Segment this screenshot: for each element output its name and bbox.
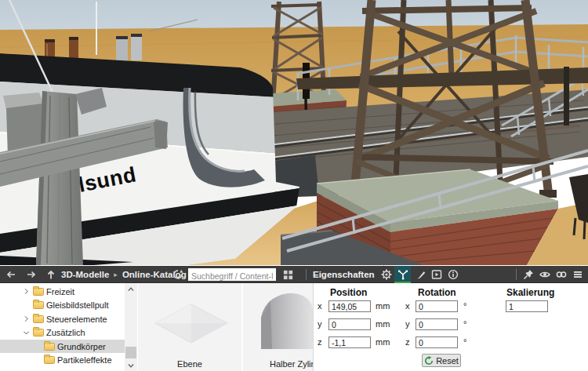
scale-heading: Skalierung xyxy=(506,287,554,298)
rotation-x-unit: ° xyxy=(463,301,466,311)
visibility-button[interactable] xyxy=(539,268,551,281)
breadcrumb-separator-icon: ▸ xyxy=(114,271,118,278)
application-window: ralsund xyxy=(0,0,588,371)
tree-item-grundkoerper[interactable]: Grundkörper xyxy=(0,340,125,353)
scrollbar-thumb[interactable] xyxy=(125,347,136,358)
rotation-z-input[interactable] xyxy=(416,336,458,348)
properties-pane: Position Rotation Skalierung x mm x ° y … xyxy=(313,283,588,371)
rotation-heading: Rotation xyxy=(418,287,456,298)
chevron-down-icon[interactable] xyxy=(22,329,31,337)
pin-panel-button[interactable] xyxy=(522,268,535,281)
move-axes-button[interactable] xyxy=(394,266,411,283)
chevron-right-icon[interactable] xyxy=(22,287,31,296)
search-field xyxy=(188,268,276,281)
search-input[interactable] xyxy=(188,270,276,282)
reset-icon xyxy=(424,356,434,366)
position-x-label: x xyxy=(318,301,322,311)
axes-icon xyxy=(397,268,409,281)
rotation-y-label: y xyxy=(405,319,410,329)
bottom-panel: Freizeit Gleisbildstellpult Steuerelemen… xyxy=(0,283,588,371)
folder-icon xyxy=(33,315,44,323)
half-cylinder-thumbnail-image xyxy=(243,283,313,357)
menu-button[interactable] xyxy=(572,268,584,281)
tree-item-label: Steuerelemente xyxy=(46,315,107,324)
tree-item-label: Grundkörper xyxy=(57,342,106,351)
position-z-input[interactable] xyxy=(328,336,371,348)
refresh-icon xyxy=(172,268,184,281)
tree-item-steuerelemente[interactable]: Steuerelemente xyxy=(0,312,125,326)
tree-item-zusaetzlich[interactable]: Zusätzlich xyxy=(0,326,125,340)
position-y-label: y xyxy=(318,319,322,329)
model-thumbnails: Ebene Halber Zylin xyxy=(137,283,313,371)
position-z-label: z xyxy=(318,337,322,347)
brush-icon xyxy=(415,268,427,281)
back-button[interactable] xyxy=(5,268,17,281)
up-button[interactable] xyxy=(45,268,57,281)
gear-icon xyxy=(380,268,393,281)
scale-input[interactable] xyxy=(506,300,548,312)
view-grid-button[interactable] xyxy=(281,268,294,281)
tab-eigenschaften[interactable]: Eigenschaften xyxy=(313,266,375,283)
plane-thumbnail-image xyxy=(138,283,241,357)
reset-button[interactable]: Reset xyxy=(422,354,461,367)
forward-arrow-icon xyxy=(25,268,38,281)
position-y-input[interactable] xyxy=(328,318,371,330)
rotation-y-input[interactable] xyxy=(416,318,458,330)
caret-down-icon xyxy=(126,361,136,370)
grid-icon xyxy=(282,269,294,281)
forward-button[interactable] xyxy=(25,268,38,281)
rotation-y-unit: ° xyxy=(463,319,466,329)
thumbnail-halber-zylinder[interactable]: Halber Zylin xyxy=(243,283,313,371)
reset-button-label: Reset xyxy=(436,356,459,366)
rotation-x-label: x xyxy=(405,301,410,311)
pin-icon xyxy=(522,268,535,281)
folder-icon xyxy=(33,288,44,296)
info-button[interactable] xyxy=(447,268,459,281)
folder-icon xyxy=(33,301,44,309)
position-z-unit: mm xyxy=(376,337,390,347)
tree-item-label: Gleisbildstellpult xyxy=(46,300,108,310)
rotation-x-input[interactable] xyxy=(416,300,458,312)
up-arrow-icon xyxy=(45,268,57,281)
folder-icon xyxy=(33,329,44,336)
folder-icon xyxy=(44,343,55,351)
tree-item-gleisbildstellpult[interactable]: Gleisbildstellpult xyxy=(0,299,125,312)
folder-icon xyxy=(44,356,55,364)
scroll-up-button[interactable] xyxy=(125,283,137,295)
breadcrumb-item[interactable]: 3D-Modelle xyxy=(61,270,109,279)
tree-item-partikeleffekte[interactable]: Partikeleffekte xyxy=(0,354,125,367)
animation-button[interactable] xyxy=(430,268,443,281)
paint-button[interactable] xyxy=(415,268,427,281)
scroll-down-button[interactable] xyxy=(125,359,137,371)
position-x-unit: mm xyxy=(376,301,390,311)
tree-scrollbar[interactable] xyxy=(125,283,137,371)
info-icon xyxy=(447,268,459,281)
link-button[interactable] xyxy=(555,268,568,281)
thumbnail-label: Halber Zylin xyxy=(243,359,313,369)
toolbar-divider xyxy=(516,269,517,280)
chevron-right-icon[interactable] xyxy=(22,315,31,323)
settings-button[interactable] xyxy=(380,268,393,281)
rotation-z-label: z xyxy=(405,337,410,347)
tree-item-freizeit[interactable]: Freizeit xyxy=(0,285,125,298)
position-heading: Position xyxy=(330,287,367,298)
tree-item-label: Zusätzlich xyxy=(46,328,85,337)
viewport-3d[interactable]: ralsund xyxy=(0,0,588,266)
refresh-button[interactable] xyxy=(172,268,184,281)
back-arrow-icon xyxy=(5,268,17,281)
catalog-toolbar: 3D-Modelle ▸ Online-Katalog ▸ E Eigensch… xyxy=(0,266,588,283)
tree-item-label: Freizeit xyxy=(46,287,74,296)
thumbnail-label: Ebene xyxy=(138,359,241,369)
toolbar-divider xyxy=(306,269,307,280)
hamburger-icon xyxy=(572,268,584,281)
thumbnail-ebene[interactable]: Ebene xyxy=(138,283,241,371)
tree-item-label: Partikeleffekte xyxy=(57,355,112,365)
eye-icon xyxy=(539,268,551,281)
play-box-icon xyxy=(430,268,443,281)
catalog-folder-tree: Freizeit Gleisbildstellpult Steuerelemen… xyxy=(0,283,125,371)
position-y-unit: mm xyxy=(376,319,390,329)
caret-up-icon xyxy=(126,285,136,294)
rotation-z-unit: ° xyxy=(463,337,466,347)
position-x-input[interactable] xyxy=(328,300,371,312)
link-icon xyxy=(555,268,568,281)
